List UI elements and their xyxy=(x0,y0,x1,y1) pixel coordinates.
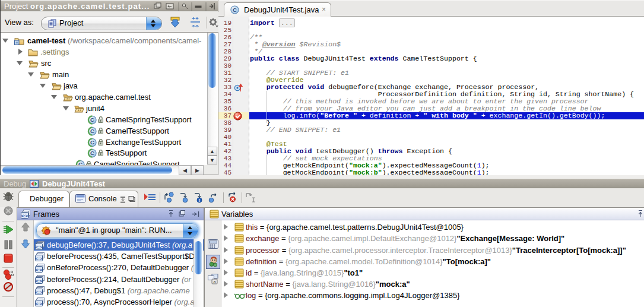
svg-text:!: ! xyxy=(199,198,200,202)
svg-text:<:>: <:> xyxy=(36,267,43,272)
svg-text:<:>: <:> xyxy=(36,244,43,249)
svg-text:<:>: <:> xyxy=(36,301,43,306)
svg-text:C: C xyxy=(233,7,237,13)
svg-text:<:>: <:> xyxy=(36,255,43,261)
svg-text:a: a xyxy=(214,280,216,284)
svg-text:<:>: <:> xyxy=(36,290,43,295)
svg-text:<:>: <:> xyxy=(36,278,43,284)
svg-text:<:>: <:> xyxy=(21,213,28,219)
